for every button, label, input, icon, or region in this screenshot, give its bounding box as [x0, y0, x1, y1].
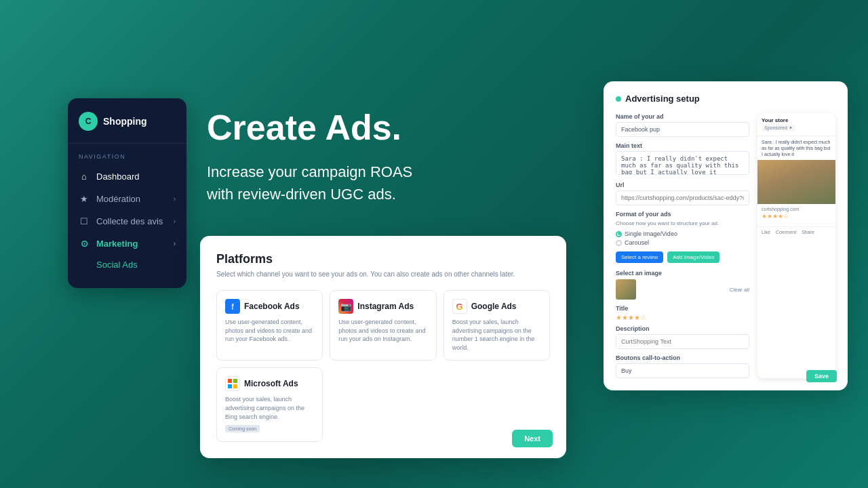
chevron-icon: ›: [174, 195, 176, 203]
radio-single[interactable]: Single Image/Video: [616, 230, 749, 237]
preview-image: [757, 160, 835, 204]
sidebar-item-marketing[interactable]: ⊙ Marketing ›: [68, 232, 186, 255]
description-label: Description: [616, 325, 749, 332]
platform-google[interactable]: G Google Ads Boost your sales, launch ad…: [443, 290, 550, 361]
star-icon: ★: [79, 194, 90, 204]
platforms-title: Platforms: [216, 252, 550, 266]
sidebar-item-label: Dashboard: [96, 171, 140, 182]
radio-carousel[interactable]: Carousel: [616, 239, 749, 246]
preview-store: Your store: [762, 117, 831, 123]
image-row: Clear all: [616, 279, 749, 300]
format-carousel-label: Carousel: [625, 239, 649, 246]
cta-select[interactable]: Buy: [616, 363, 749, 378]
sidebar-subitem-social-ads[interactable]: Social Ads: [68, 255, 186, 274]
clear-all-button[interactable]: Clear all: [730, 287, 749, 293]
hero-section: Create Ads. Increase your campaign ROAS …: [207, 108, 412, 205]
preview-comment[interactable]: Comment: [776, 230, 796, 235]
next-button[interactable]: Next: [512, 430, 553, 447]
google-name: Google Ads: [471, 302, 517, 311]
radio-dot-carousel: [616, 240, 622, 246]
platform-bottom-row: Microsoft Ads Boost your sales, launch a…: [216, 367, 550, 442]
platform-microsoft[interactable]: Microsoft Ads Boost your sales, launch a…: [216, 367, 323, 442]
name-input[interactable]: [616, 122, 749, 137]
platform-instagram[interactable]: 📷 Instagram Ads Use user-generated conte…: [330, 290, 436, 361]
preview-like[interactable]: Like: [762, 230, 770, 235]
platform-facebook-header: f Facebook Ads: [225, 299, 314, 314]
name-label: Name of your ad: [616, 113, 749, 120]
platform-microsoft-header: Microsoft Ads: [225, 376, 314, 391]
microsoft-name: Microsoft Ads: [244, 379, 298, 388]
preview-img-inner: [757, 160, 835, 204]
format-subtitle: Choose how you want to structure your ad…: [616, 220, 749, 226]
collect-icon: ☐: [79, 216, 90, 226]
platform-grid: f Facebook Ads Use user-generated conten…: [216, 290, 550, 361]
preview-sponsored: Sponsored ✦: [762, 125, 795, 131]
hero-title: Create Ads.: [207, 108, 412, 147]
main-text-label: Main text: [616, 142, 749, 149]
title-stars: ★★★★☆: [616, 314, 749, 321]
marketing-icon: ⊙: [79, 239, 90, 249]
ad-form: Name of your ad Main text Sara : I reall…: [616, 113, 749, 378]
sidebar-subitem-label: Social Ads: [96, 260, 138, 270]
format-single-label: Single Image/Video: [625, 230, 677, 237]
preview-actions: Like Comment Share: [757, 226, 835, 237]
facebook-name: Facebook Ads: [244, 302, 300, 311]
ad-main-content: Name of your ad Main text Sara : I reall…: [616, 113, 835, 378]
url-label: Url: [616, 182, 749, 188]
sidebar-item-dashboard[interactable]: ⌂ Dashboard: [68, 165, 186, 188]
preview-share[interactable]: Share: [802, 230, 814, 235]
home-icon: ⌂: [79, 171, 90, 182]
instagram-desc: Use user-generated content, photos and v…: [338, 318, 427, 344]
add-video-button[interactable]: Add Image/Video: [667, 251, 719, 263]
description-input[interactable]: [616, 334, 749, 349]
facebook-desc: Use user-generated content, photos and v…: [225, 318, 314, 344]
ad-setup-card: Advertising setup Name of your ad Main t…: [604, 81, 848, 390]
sidebar-item-label: Marketing: [96, 239, 138, 249]
save-button[interactable]: Save: [806, 370, 837, 382]
preview-footer: curtshopping.com ★★★★☆: [757, 204, 835, 226]
ad-setup-header: Advertising setup: [616, 94, 835, 104]
sidebar-item-moderation[interactable]: ★ Modération ›: [68, 188, 186, 210]
preview-stars: ★★★★☆: [762, 213, 831, 220]
preview-domain: curtshopping.com: [762, 207, 831, 211]
radio-dot-single: [616, 231, 622, 237]
sidebar-logo: C Shopping: [68, 112, 186, 144]
logo-icon: C: [79, 112, 98, 131]
chevron-icon: ›: [174, 240, 176, 247]
main-text-input[interactable]: Sara : I really didn't expect much as fa…: [616, 151, 749, 175]
instagram-icon: 📷: [338, 299, 353, 314]
select-review-button[interactable]: Select a review: [616, 251, 663, 263]
sidebar-item-collecte[interactable]: ☐ Collecte des avis ›: [68, 210, 186, 232]
preview-header: Your store Sponsored ✦: [757, 113, 835, 136]
platforms-subtitle: Select which channel you want to see you…: [216, 270, 550, 278]
instagram-name: Instagram Ads: [357, 302, 414, 311]
preview-card: Your store Sponsored ✦ Sara : I really d…: [757, 113, 835, 378]
format-label: Format of your ads: [616, 211, 749, 218]
microsoft-desc: Boost your sales, launch advertising cam…: [225, 395, 314, 421]
google-icon: G: [452, 299, 467, 314]
platforms-card: Platforms Select which channel you want …: [200, 236, 566, 458]
url-input[interactable]: [616, 190, 749, 205]
btn-group: Select a review Add Image/Video: [616, 251, 749, 263]
platform-google-header: G Google Ads: [452, 299, 541, 314]
google-desc: Boost your sales, launch advertising cam…: [452, 318, 541, 352]
nav-label: NAVIGATION: [68, 144, 186, 165]
ad-setup-dot: [616, 96, 621, 102]
preview-review-text: Sara : I really didn't expect much as fa…: [757, 136, 835, 160]
sidebar: C Shopping NAVIGATION ⌂ Dashboard ★ Modé…: [68, 98, 186, 288]
title-label: Title: [616, 305, 749, 312]
coming-soon-badge: Coming soon: [225, 425, 260, 432]
ad-setup-title: Advertising setup: [625, 94, 700, 104]
platform-instagram-header: 📷 Instagram Ads: [338, 299, 427, 314]
microsoft-icon: [225, 376, 240, 391]
hero-subtitle: Increase your campaign ROAS with review-…: [207, 161, 412, 205]
sidebar-item-label: Collecte des avis: [96, 216, 163, 226]
image-thumbnail: [616, 279, 636, 300]
select-image-label: Select an image: [616, 270, 749, 277]
sidebar-item-label: Modération: [96, 194, 140, 204]
facebook-icon: f: [225, 299, 240, 314]
chevron-icon: ›: [174, 218, 176, 225]
cta-label: Boutons call-to-action: [616, 354, 749, 361]
platform-facebook[interactable]: f Facebook Ads Use user-generated conten…: [216, 290, 323, 361]
logo-text: Shopping: [103, 116, 147, 127]
